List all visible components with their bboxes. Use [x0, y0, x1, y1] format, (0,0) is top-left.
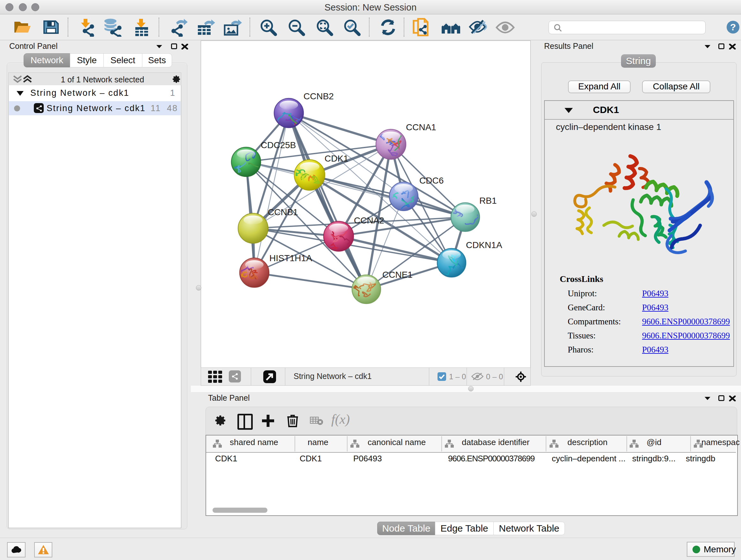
svg-text:CCNA1: CCNA1 — [406, 122, 436, 132]
svg-text:CCNB2: CCNB2 — [304, 91, 334, 101]
svg-text:CDC25B: CDC25B — [261, 140, 296, 150]
svg-text:CCNA2: CCNA2 — [354, 215, 384, 226]
svg-text:HIST1H1A: HIST1H1A — [269, 253, 312, 263]
svg-text:CCNB1: CCNB1 — [268, 207, 298, 217]
svg-text:CDK1: CDK1 — [325, 153, 348, 164]
svg-text:CCNE1: CCNE1 — [382, 270, 413, 280]
svg-text:CDKN1A: CDKN1A — [466, 240, 502, 250]
svg-text:CDC6: CDC6 — [419, 176, 444, 186]
svg-text:RB1: RB1 — [479, 196, 496, 206]
